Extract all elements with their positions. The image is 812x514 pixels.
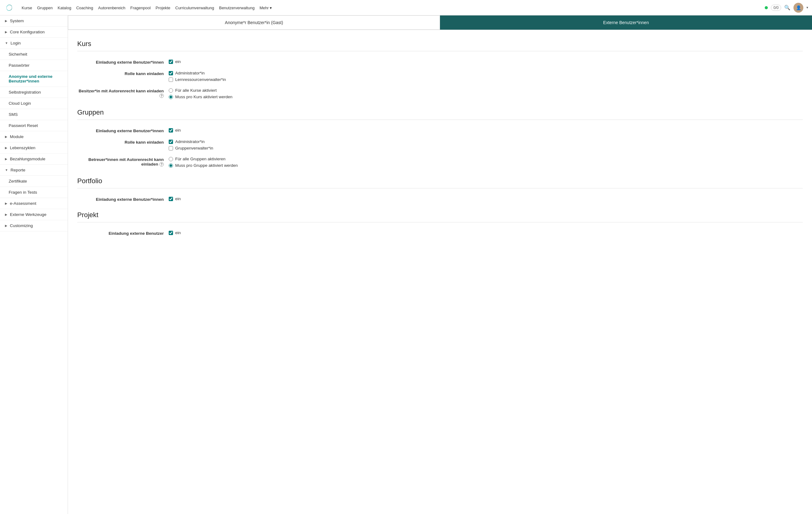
- chevron-right-icon: ▶: [5, 30, 7, 34]
- nav-items: KurseGruppenKatalogCoachingAutorenbereic…: [19, 5, 274, 10]
- checkbox-2-0-0[interactable]: [169, 197, 173, 201]
- nav-item-curriculumverwaltung[interactable]: Curriculumverwaltung: [173, 4, 216, 12]
- checkbox-label-1-1-0[interactable]: Administrator*in: [169, 139, 213, 144]
- sidebar-item-15[interactable]: Fragen in Tests: [0, 187, 68, 198]
- checkbox-label-0-1-0[interactable]: Administrator*in: [169, 71, 226, 75]
- radio-label-0-2-0[interactable]: Für alle Kurse aktiviert: [169, 88, 232, 93]
- form-label-1-1: Rolle kann einladen: [77, 139, 164, 145]
- sidebar-item-6[interactable]: Selbstregistration: [0, 87, 68, 98]
- section-title-0: Kurs: [77, 40, 803, 51]
- section-title-1: Gruppen: [77, 109, 803, 120]
- chevron-right-icon: ▶: [5, 213, 7, 216]
- form-value-1-0: ein: [169, 128, 181, 132]
- tab-bar: Anonyme*r Benutzer*in (Gast)Externe Benu…: [68, 16, 812, 30]
- layout: ▶System▶Core Konfiguration▼LoginSicherhe…: [0, 16, 812, 514]
- chevron-down-icon: ▼: [5, 168, 8, 172]
- nav-item-projekte[interactable]: Projekte: [153, 4, 173, 12]
- form-row-2-0: Einladung externe Benutzer*innenein: [77, 193, 803, 205]
- form-value-0-0: ein: [169, 59, 181, 64]
- chevron-down-icon: ▼: [5, 41, 8, 45]
- sidebar-item-4[interactable]: Passwörter: [0, 60, 68, 71]
- checkbox-label-1-0-0[interactable]: ein: [169, 128, 181, 132]
- sidebar-item-0[interactable]: ▶System: [0, 16, 68, 27]
- nav-item-katalog[interactable]: Katalog: [55, 4, 74, 12]
- form-value-1-1: Administrator*inGruppenverwalter*in: [169, 139, 213, 150]
- form-label-0-1: Rolle kann einladen: [77, 71, 164, 76]
- radio-label-1-2-0[interactable]: Für alle Gruppen aktivieren: [169, 157, 238, 161]
- chevron-right-icon: ▶: [5, 19, 7, 23]
- nav-item-benutzerverwaltung[interactable]: Benutzerverwaltung: [216, 4, 257, 12]
- nav-item-kurse[interactable]: Kurse: [19, 4, 35, 12]
- form-value-3-0: ein: [169, 231, 181, 235]
- tab-1[interactable]: Externe Benutzer*innen: [440, 16, 812, 30]
- checkbox-label-2-0-0[interactable]: ein: [169, 196, 181, 201]
- checkbox-1-1-0[interactable]: [169, 140, 173, 144]
- sidebar-item-5[interactable]: Anonyme und externe Benutzer*innen: [0, 71, 68, 87]
- help-icon[interactable]: ?: [160, 94, 164, 98]
- sidebar-item-10[interactable]: ▶Module: [0, 131, 68, 142]
- checkbox-1-1-1[interactable]: [169, 146, 173, 150]
- form-label-2-0: Einladung externe Benutzer*innen: [77, 196, 164, 202]
- nav-item-mehr[interactable]: Mehr ▾: [257, 4, 274, 12]
- sidebar-item-3[interactable]: Sicherheit: [0, 49, 68, 60]
- radio-label-1-2-1[interactable]: Muss pro Gruppe aktiviert werden: [169, 163, 238, 168]
- form-label-1-0: Einladung externe Benutzer*innen: [77, 128, 164, 133]
- nav-item-gruppen[interactable]: Gruppen: [35, 4, 55, 12]
- form-label-0-0: Einladung externe Benutzer*innen: [77, 59, 164, 65]
- main-content: Anonyme*r Benutzer*in (Gast)Externe Benu…: [68, 16, 812, 514]
- help-icon[interactable]: ?: [160, 162, 164, 167]
- sidebar-item-16[interactable]: ▶e-Assessment: [0, 198, 68, 209]
- checkbox-0-1-0[interactable]: [169, 71, 173, 75]
- checkbox-0-1-1[interactable]: [169, 78, 173, 82]
- chevron-right-icon: ▶: [5, 224, 7, 228]
- sidebar-item-17[interactable]: ▶Externe Werkzeuge: [0, 209, 68, 220]
- form-label-1-2: Betreuer*innen mit Autorenrecht kann ein…: [77, 157, 164, 167]
- radio-0-2-1[interactable]: [169, 95, 173, 99]
- sidebar-item-14[interactable]: Zertifikate: [0, 176, 68, 187]
- chevron-right-icon: ▶: [5, 135, 7, 139]
- sidebar-item-11[interactable]: ▶Lebenszyklen: [0, 142, 68, 153]
- form-value-0-2: Für alle Kurse aktiviertMuss pro Kurs ak…: [169, 88, 232, 99]
- nav-counter: 0/0: [771, 5, 781, 11]
- sidebar-item-1[interactable]: ▶Core Konfiguration: [0, 27, 68, 38]
- sidebar-item-8[interactable]: SMS: [0, 109, 68, 120]
- checkbox-0-0-0[interactable]: [169, 60, 173, 64]
- form-row-0-0: Einladung externe Benutzer*innenein: [77, 56, 803, 68]
- checkbox-3-0-0[interactable]: [169, 231, 173, 235]
- sidebar-item-7[interactable]: Cloud Login: [0, 98, 68, 109]
- sidebar-item-9[interactable]: Passwort Reset: [0, 120, 68, 131]
- top-nav: KurseGruppenKatalogCoachingAutorenbereic…: [0, 0, 812, 16]
- sidebar: ▶System▶Core Konfiguration▼LoginSicherhe…: [0, 16, 68, 514]
- checkbox-label-0-0-0[interactable]: ein: [169, 59, 181, 64]
- sidebar-item-12[interactable]: ▶Bezahlungsmodule: [0, 153, 68, 164]
- checkbox-label-3-0-0[interactable]: ein: [169, 231, 181, 235]
- nav-item-coaching[interactable]: Coaching: [74, 4, 96, 12]
- sidebar-item-13[interactable]: ▼Reporte: [0, 164, 68, 176]
- avatar[interactable]: 👤: [793, 3, 803, 13]
- status-dot: [765, 6, 768, 9]
- checkbox-label-0-1-1[interactable]: Lernressourcenverwalter*in: [169, 77, 226, 82]
- chevron-right-icon: ▶: [5, 157, 7, 161]
- sidebar-item-2[interactable]: ▼Login: [0, 38, 68, 49]
- logo[interactable]: [4, 2, 15, 13]
- radio-1-2-0[interactable]: [169, 157, 173, 161]
- nav-item-fragenpool[interactable]: Fragenpool: [128, 4, 153, 12]
- search-icon[interactable]: 🔍: [784, 5, 790, 10]
- form-row-1-2: Betreuer*innen mit Autorenrecht kann ein…: [77, 153, 803, 171]
- radio-1-2-1[interactable]: [169, 163, 173, 168]
- form-label-0-2: Besitzer*in mit Autorenrecht kann einlad…: [77, 88, 164, 98]
- section-title-3: Projekt: [77, 211, 803, 222]
- form-value-0-1: Administrator*inLernressourcenverwalter*…: [169, 71, 226, 82]
- sidebar-item-18[interactable]: ▶Customizing: [0, 220, 68, 231]
- form-label-3-0: Einladung externe Benutzer: [77, 231, 164, 236]
- chevron-right-icon: ▶: [5, 146, 7, 150]
- checkbox-label-1-1-1[interactable]: Gruppenverwalter*in: [169, 146, 213, 150]
- section-title-2: Portfolio: [77, 177, 803, 188]
- nav-item-autorenbereich[interactable]: Autorenbereich: [96, 4, 128, 12]
- radio-label-0-2-1[interactable]: Muss pro Kurs aktiviert werden: [169, 94, 232, 99]
- user-menu-chevron[interactable]: ▾: [807, 5, 808, 9]
- radio-0-2-0[interactable]: [169, 88, 173, 93]
- form-row-1-1: Rolle kann einladenAdministrator*inGrupp…: [77, 136, 803, 153]
- tab-0[interactable]: Anonyme*r Benutzer*in (Gast): [68, 16, 440, 30]
- checkbox-1-0-0[interactable]: [169, 128, 173, 132]
